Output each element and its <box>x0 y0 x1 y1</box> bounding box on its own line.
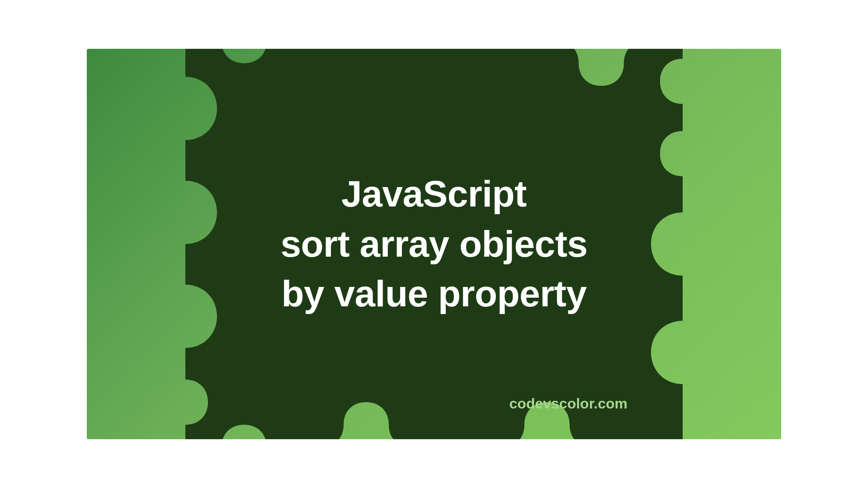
banner-title: JavaScript sort array objects by value p… <box>87 169 781 319</box>
title-line-3: by value property <box>87 269 781 319</box>
watermark-text: codevscolor.com <box>509 395 627 412</box>
title-content: JavaScript sort array objects by value p… <box>87 169 781 319</box>
banner-card: JavaScript sort array objects by value p… <box>87 49 781 439</box>
title-line-2: sort array objects <box>87 219 781 269</box>
title-line-1: JavaScript <box>87 169 781 219</box>
